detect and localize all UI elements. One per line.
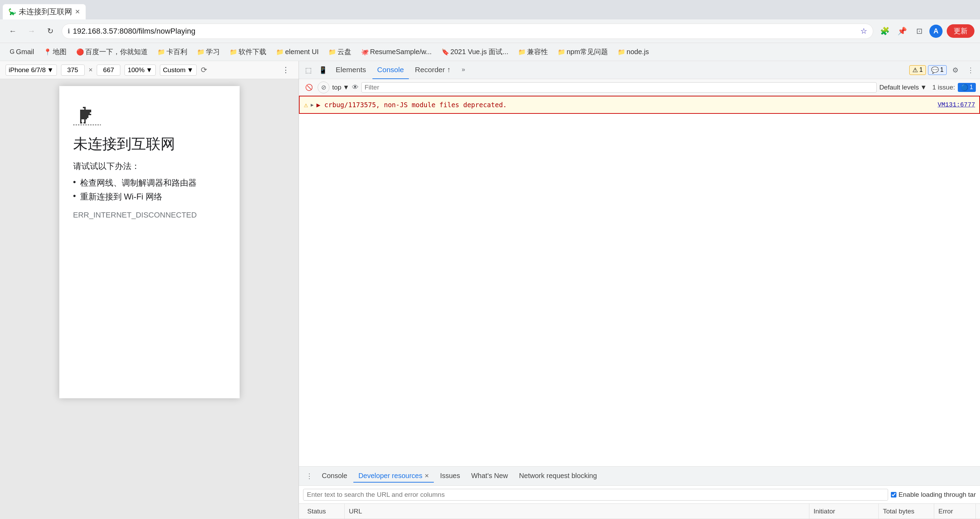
baidu-icon: 🔴 [76,48,84,56]
tab-console-bottom[interactable]: Console [317,470,352,482]
custom-select[interactable]: Custom ▼ [160,65,197,76]
more-options-btn[interactable]: ⋮ [964,64,977,77]
svg-rect-4 [80,115,88,118]
folder-icon: 📁 [617,48,625,56]
svg-rect-6 [80,119,81,122]
bookmark-nodejs[interactable]: 📁 node.js [614,46,653,57]
bookmark-label: 学习 [206,47,220,57]
custom-label: Custom [163,66,186,74]
stop-errors-btn[interactable]: ⊘ [318,81,329,93]
extension-btn-2[interactable]: 📌 [895,24,909,38]
warning-count: 1 [919,66,923,73]
tab-whats-new[interactable]: What's New [466,470,513,482]
default-levels-chevron: ▼ [920,84,927,91]
bookmark-map[interactable]: 📍 地图 [40,46,71,58]
rotate-icon[interactable]: ⟳ [201,65,207,75]
issue-badge[interactable]: 🔵 1 [958,83,976,92]
device-chevron-icon: ▼ [47,66,54,74]
eye-btn[interactable]: 👁 [352,84,359,91]
browser-viewport: iPhone 6/7/8 ▼ × 100% ▼ Custom ▼ ⟳ ⋮ [0,61,299,519]
url-error-search-input[interactable] [303,489,888,501]
device-toolbar: iPhone 6/7/8 ▼ × 100% ▼ Custom ▼ ⟳ ⋮ [0,61,299,79]
tab-issues[interactable]: Issues [435,470,465,482]
enable-loading-checkbox[interactable] [891,492,896,497]
profile-icon[interactable]: A [929,25,943,38]
error-code: ERR_INTERNET_DISCONNECTED [73,210,226,220]
bookmark-vue[interactable]: 🔖 2021 Vue.js 面试... [437,46,512,58]
back-button[interactable]: ← [6,24,20,38]
zoom-chevron-icon: ▼ [146,66,153,74]
bookmark-elementui[interactable]: 📁 element UI [272,46,323,57]
svg-rect-9 [84,122,86,124]
folder-icon: 📁 [518,48,526,56]
bookmark-npm[interactable]: 📁 npm常见问题 [554,46,612,58]
settings-btn[interactable]: ⚙ [949,64,962,77]
svg-rect-7 [84,119,86,122]
folder-icon: 📁 [276,48,284,56]
folder-icon: 📁 [158,48,165,56]
message-count: 1 [940,66,943,73]
bookmark-baidu[interactable]: 🔴 百度一下，你就知道 [72,46,152,58]
filter-input[interactable] [361,82,876,92]
bookmark-star-icon[interactable]: ☆ [861,27,867,36]
map-icon: 📍 [44,48,51,56]
console-toolbar: 🚫 ⊘ top ▼ 👁 Default levels ▼ 1 issue: 🔵 … [299,79,980,96]
error-title: 未连接到互联网 [73,134,226,154]
default-levels-select[interactable]: Default levels ▼ [880,84,927,91]
bookmark-gmail[interactable]: G Gmail [6,46,38,57]
tab-developer-resources[interactable]: Developer resources ✕ [353,470,434,482]
context-select[interactable]: top ▼ [332,84,349,91]
context-chevron-icon: ▼ [343,84,349,91]
width-input[interactable] [61,65,84,76]
dino-image [73,107,101,126]
bookmark-label: 云盘 [337,47,351,57]
github-icon: 🐙 [361,48,369,56]
suggestion-1: 检查网线、调制解调器和路由器 [73,176,226,190]
clear-console-btn[interactable]: 🚫 [303,81,315,93]
header-total-bytes: Total bytes [879,504,934,519]
bookmark-kabali[interactable]: 📁 卡百利 [153,46,191,58]
context-label: top [332,84,341,91]
custom-chevron-icon: ▼ [187,66,194,74]
bookmark-software[interactable]: 📁 软件下载 [225,46,270,58]
issue-badge-icon: 🔵 [961,84,968,91]
issue-text: 1 issue: [932,84,955,91]
reload-button[interactable]: ↻ [43,24,57,38]
nav-actions: 🧩 📌 ⊡ A 更新 [877,24,974,38]
bookmark-cloud[interactable]: 📁 云盘 [324,46,355,58]
tab-close-btn[interactable]: ✕ [75,8,80,16]
height-input[interactable] [97,65,120,76]
bottom-tabs-more-btn[interactable]: ⋮ [303,470,315,482]
console-entry-link[interactable]: VM131:6777 [938,101,975,108]
extension-btn-1[interactable]: 🧩 [877,24,892,38]
inspect-element-btn[interactable]: ⬚ [302,64,315,77]
bookmark-compat[interactable]: 📁 兼容性 [514,46,552,58]
developer-resources-close[interactable]: ✕ [425,473,429,479]
device-mode-btn[interactable]: 📱 [316,64,329,77]
update-button[interactable]: 更新 [947,24,974,38]
enable-loading-label[interactable]: Enable loading through tar [891,491,976,498]
error-suggestions: 检查网线、调制解调器和路由器 重新连接到 Wi-Fi 网络 [73,176,226,204]
bookmark-study[interactable]: 📁 学习 [193,46,224,58]
zoom-value: 100% [127,66,145,74]
tab-console[interactable]: Console [372,61,409,79]
console-output: ⚠ ▶ ▶ crbug/1173575, non-JS module files… [299,96,980,466]
tab-more[interactable]: » [457,61,470,79]
svg-rect-5 [80,118,87,119]
header-url: URL [345,504,810,519]
address-bar[interactable]: ℹ 192.168.3.57:8080/films/nowPlaying ☆ [62,24,873,39]
tab-network-blocking[interactable]: Network request blocking [514,470,602,482]
console-expand-btn[interactable]: ▶ [311,102,313,108]
tab-recorder[interactable]: Recorder ↑ [410,61,456,79]
bookmark-label: 百度一下，你就知道 [85,47,148,57]
dimension-separator: × [89,66,93,74]
zoom-select[interactable]: 100% ▼ [124,65,155,76]
forward-button[interactable]: → [24,24,39,38]
tab-elements[interactable]: Elements [331,61,371,79]
browser-tab[interactable]: 🦕 未连接到互联网 ✕ [3,4,86,19]
network-table-header: Status URL Initiator Total bytes Error [299,504,980,519]
split-tab-btn[interactable]: ⊡ [912,24,927,38]
device-toolbar-more-btn[interactable]: ⋮ [278,63,293,77]
device-select[interactable]: iPhone 6/7/8 ▼ [6,65,57,76]
bookmark-resume[interactable]: 🐙 ResumeSample/w... [357,46,436,57]
